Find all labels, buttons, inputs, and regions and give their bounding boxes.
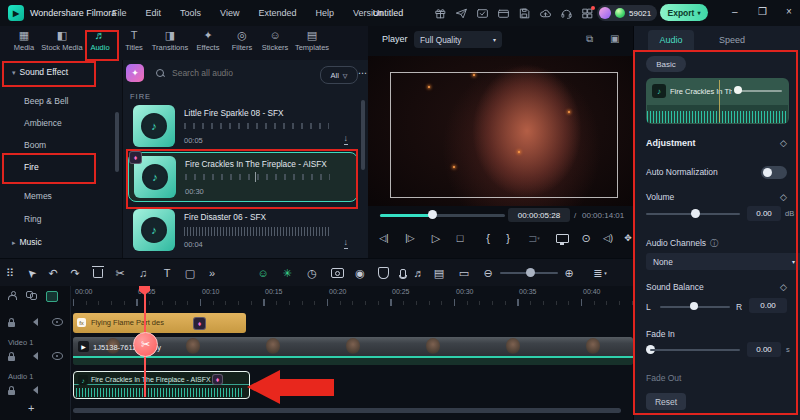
clip-preview-slider-handle[interactable] <box>734 86 742 94</box>
zoom-in-icon[interactable]: ⊕ <box>560 259 578 287</box>
restore-button[interactable]: ❐ <box>758 7 767 17</box>
more-options-icon[interactable]: ⋯ <box>358 68 367 78</box>
lock-icon[interactable] <box>8 390 15 395</box>
text-tool-icon[interactable]: T <box>158 259 176 287</box>
lock-icon[interactable] <box>8 356 15 361</box>
auto-normalization-toggle[interactable] <box>761 166 787 179</box>
tab-speed-properties[interactable]: Speed <box>712 30 752 50</box>
lock-icon[interactable] <box>8 322 15 327</box>
delete-icon[interactable] <box>89 259 107 287</box>
redo-icon[interactable]: ↷ <box>66 259 84 287</box>
account-pill[interactable]: 59021 <box>597 5 657 21</box>
audio-channels-dropdown[interactable]: None ▾ <box>646 253 800 270</box>
undo-icon[interactable]: ↶ <box>44 259 62 287</box>
tab-stock-media[interactable]: ◧Stock Media <box>41 30 82 52</box>
reset-diamond-icon[interactable]: ◇ <box>780 282 787 292</box>
menu-file[interactable]: File <box>112 8 127 18</box>
info-icon[interactable]: ⓘ <box>710 239 718 248</box>
sidebar-item-memes[interactable]: Memes <box>24 191 52 201</box>
panel-icon[interactable] <box>497 7 510 20</box>
download-icon[interactable]: ↓ <box>344 134 349 145</box>
search-input[interactable] <box>170 67 282 79</box>
sidebar-item-ambience[interactable]: Ambience <box>24 118 62 128</box>
tab-stickers[interactable]: ☺Stickers <box>262 30 289 52</box>
balance-value[interactable]: 0.00 <box>749 298 787 313</box>
filter-all-button[interactable]: All ▽ <box>320 66 358 84</box>
visibility-icon[interactable] <box>52 318 63 326</box>
scene-detection-icon[interactable]: ▤ <box>430 259 448 287</box>
track-manager-icon[interactable]: ≣▾ <box>591 259 609 287</box>
mute-icon[interactable] <box>29 318 38 326</box>
sidebar-scrollbar[interactable] <box>115 112 119 172</box>
visibility-icon[interactable] <box>52 352 63 360</box>
volume-slider-handle[interactable] <box>691 209 700 218</box>
fade-in-value[interactable]: 0.00 <box>747 342 781 357</box>
zoom-out-icon[interactable]: ⊖ <box>479 259 497 287</box>
balance-slider-handle[interactable] <box>690 302 698 310</box>
previous-frame-button[interactable]: ◁| <box>374 228 394 248</box>
video-preview[interactable] <box>368 56 633 206</box>
menu-view[interactable]: View <box>220 8 239 18</box>
snap-icon[interactable]: ✳ <box>278 259 296 287</box>
tab-templates[interactable]: ▤Templates <box>295 30 329 52</box>
next-frame-button[interactable]: |▷ <box>400 228 420 248</box>
display-device-icon[interactable] <box>552 228 572 248</box>
playhead-scissors-icon[interactable]: ✂ <box>133 332 158 357</box>
clip-preview-slider[interactable] <box>738 90 782 92</box>
menu-edit[interactable]: Edit <box>146 8 162 18</box>
tab-filters[interactable]: ◎Filters <box>232 30 252 52</box>
volume-value[interactable]: 0.00 <box>747 206 781 221</box>
sidebar-item-ring[interactable]: Ring <box>24 214 41 224</box>
menu-extended[interactable]: Extended <box>258 8 296 18</box>
sidebar-item-beep-bell[interactable]: Beep & Bell <box>24 96 68 106</box>
tab-audio-properties[interactable]: Audio <box>648 30 694 50</box>
range-select-button[interactable]: ⊐▾ <box>524 228 544 248</box>
snapshot-button[interactable]: ⊙ <box>576 228 596 248</box>
basic-badge[interactable]: Basic <box>646 56 686 72</box>
clip-preview[interactable]: ♪ Fire Crackles In The ... <box>646 78 789 124</box>
select-tool-icon[interactable]: ➤ <box>23 259 41 287</box>
task-check-icon[interactable] <box>476 7 489 20</box>
sidebar-item-music[interactable]: ▸Music <box>12 237 42 247</box>
tab-titles[interactable]: TTitles <box>125 30 143 52</box>
reset-button[interactable]: Reset <box>646 393 686 410</box>
support-headset-icon[interactable] <box>560 7 573 20</box>
crop-tool-icon[interactable]: ▢ <box>181 259 199 287</box>
add-track-button[interactable]: + <box>28 402 34 414</box>
apps-grid-icon[interactable] <box>581 7 594 20</box>
split-view-icon[interactable]: ⧉ <box>586 33 593 45</box>
ai-audio-icon[interactable]: ✦ <box>126 64 144 82</box>
audio-list-item-selected[interactable]: ♦ ♪ Fire Crackles In The Fireplace - AIS… <box>128 152 358 202</box>
tab-transitions[interactable]: ◨Transitions <box>152 30 188 52</box>
audio-stretch-icon[interactable]: ♬ <box>410 259 428 287</box>
effect-clip[interactable]: fx Flying Flame Part des ♦ <box>73 313 246 333</box>
volume-button[interactable]: ◁) <box>598 228 618 248</box>
audio-clip-selected[interactable]: ♪ Fire Crackles In The Fireplace - AISFX… <box>73 371 250 399</box>
magnet-snap-icon[interactable] <box>46 291 58 302</box>
render-preview-icon[interactable]: ◉ <box>351 259 369 287</box>
menu-tools[interactable]: Tools <box>180 8 201 18</box>
gift-icon[interactable] <box>434 7 447 20</box>
mute-icon[interactable] <box>29 386 38 394</box>
cloud-upload-icon[interactable] <box>539 7 552 20</box>
fade-in-slider[interactable] <box>650 349 740 351</box>
tab-media[interactable]: ▦Media <box>14 30 34 52</box>
frame-view-icon[interactable]: ▣ <box>610 33 619 44</box>
menu-help[interactable]: Help <box>315 8 334 18</box>
auto-ripple-icon[interactable] <box>8 291 16 299</box>
close-button[interactable]: × <box>786 7 792 17</box>
timeline-ruler[interactable]: 00:00 00:05 00:10 00:15 00:20 00:25 00:3… <box>70 286 633 306</box>
reset-diamond-icon[interactable]: ◇ <box>780 192 787 202</box>
reaction-icon[interactable]: ☺ <box>254 259 272 287</box>
mark-in-button[interactable]: { <box>478 228 498 248</box>
play-button[interactable]: ▷ <box>426 228 446 248</box>
split-scissors-icon[interactable]: ✂ <box>111 259 129 287</box>
quality-dropdown[interactable]: Full Quality ▾ <box>414 31 502 48</box>
zoom-slider-handle[interactable] <box>526 268 535 277</box>
mute-icon[interactable] <box>29 352 38 360</box>
more-tools-icon[interactable]: » <box>203 259 221 287</box>
sidebar-item-fire[interactable]: Fire <box>24 162 39 172</box>
shield-icon[interactable] <box>374 259 392 287</box>
current-timecode[interactable]: 00:00:05:28 <box>508 208 570 222</box>
media-library-icon[interactable]: ⠿ <box>1 259 19 287</box>
